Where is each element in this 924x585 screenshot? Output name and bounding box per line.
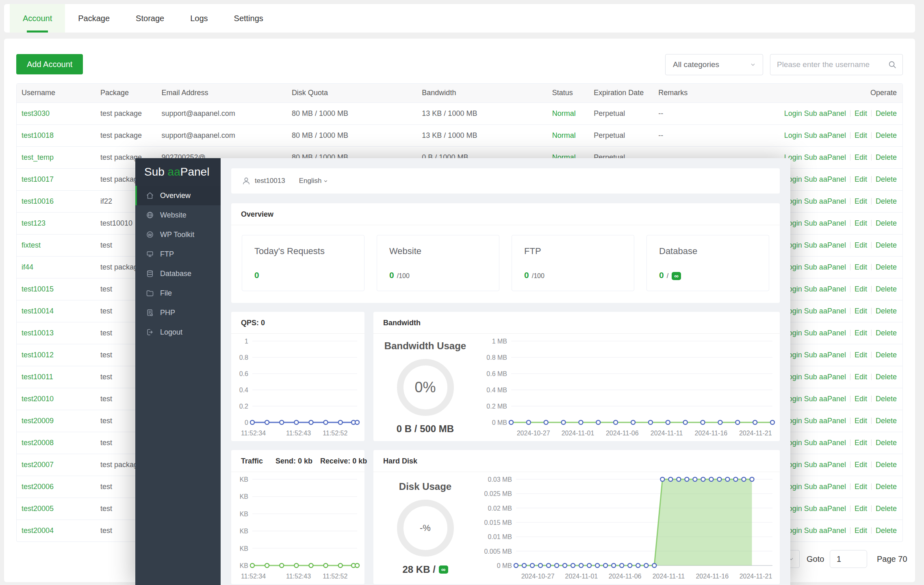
edit-link[interactable]: Edit — [855, 285, 867, 293]
login-sub-aapanel-link[interactable]: Login Sub aaPanel — [784, 241, 846, 249]
edit-link[interactable]: Edit — [855, 263, 867, 271]
login-sub-aapanel-link[interactable]: Login Sub aaPanel — [784, 329, 846, 337]
edit-link[interactable]: Edit — [855, 461, 867, 469]
username-link[interactable]: test20010 — [22, 395, 54, 403]
login-sub-aapanel-link[interactable]: Login Sub aaPanel — [784, 307, 846, 315]
edit-link[interactable]: Edit — [855, 175, 867, 183]
delete-link[interactable]: Delete — [876, 263, 897, 271]
tab-account[interactable]: Account — [10, 4, 65, 33]
login-sub-aapanel-link[interactable]: Login Sub aaPanel — [784, 131, 846, 139]
tab-logs[interactable]: Logs — [177, 4, 221, 33]
username-link[interactable]: test3030 — [22, 109, 50, 117]
login-sub-aapanel-link[interactable]: Login Sub aaPanel — [784, 439, 846, 447]
delete-link[interactable]: Delete — [876, 175, 897, 183]
delete-link[interactable]: Delete — [876, 285, 897, 293]
username-link[interactable]: test20009 — [22, 417, 54, 425]
tab-storage[interactable]: Storage — [123, 4, 177, 33]
username-link[interactable]: test123 — [22, 219, 46, 227]
stat-card-title: Database — [659, 246, 757, 257]
delete-link[interactable]: Delete — [876, 219, 897, 227]
login-sub-aapanel-link[interactable]: Login Sub aaPanel — [784, 483, 846, 491]
login-sub-aapanel-link[interactable]: Login Sub aaPanel — [784, 461, 846, 469]
edit-link[interactable]: Edit — [855, 395, 867, 403]
login-sub-aapanel-link[interactable]: Login Sub aaPanel — [784, 153, 846, 161]
category-filter-select[interactable]: All categories — [665, 54, 763, 75]
login-sub-aapanel-link[interactable]: Login Sub aaPanel — [784, 197, 846, 205]
username-link[interactable]: test10014 — [22, 307, 54, 315]
delete-link[interactable]: Delete — [876, 153, 897, 161]
login-sub-aapanel-link[interactable]: Login Sub aaPanel — [784, 263, 846, 271]
edit-link[interactable]: Edit — [855, 241, 867, 249]
edit-link[interactable]: Edit — [855, 153, 867, 161]
edit-link[interactable]: Edit — [855, 526, 867, 535]
username-link[interactable]: test20008 — [22, 439, 54, 447]
sidebar-item-overview[interactable]: Overview — [135, 186, 221, 205]
username-link[interactable]: test20006 — [22, 483, 54, 491]
delete-link[interactable]: Delete — [876, 483, 897, 491]
edit-link[interactable]: Edit — [855, 109, 867, 117]
username-link[interactable]: test20004 — [22, 526, 54, 535]
delete-link[interactable]: Delete — [876, 373, 897, 381]
username-link[interactable]: test20005 — [22, 505, 54, 513]
edit-link[interactable]: Edit — [855, 417, 867, 425]
username-link[interactable]: test10011 — [22, 373, 53, 381]
sidebar-item-website[interactable]: Website — [135, 205, 221, 225]
login-sub-aapanel-link[interactable]: Login Sub aaPanel — [784, 526, 846, 535]
edit-link[interactable]: Edit — [855, 197, 867, 205]
goto-page-input[interactable] — [830, 550, 867, 568]
edit-link[interactable]: Edit — [855, 505, 867, 513]
edit-link[interactable]: Edit — [855, 483, 867, 491]
delete-link[interactable]: Delete — [876, 461, 897, 469]
delete-link[interactable]: Delete — [876, 307, 897, 315]
login-sub-aapanel-link[interactable]: Login Sub aaPanel — [784, 395, 846, 403]
login-sub-aapanel-link[interactable]: Login Sub aaPanel — [784, 351, 846, 359]
delete-link[interactable]: Delete — [876, 197, 897, 205]
tab-settings[interactable]: Settings — [221, 4, 276, 33]
login-sub-aapanel-link[interactable]: Login Sub aaPanel — [784, 219, 846, 227]
delete-link[interactable]: Delete — [876, 395, 897, 403]
sidebar-item-file[interactable]: File — [135, 283, 221, 303]
edit-link[interactable]: Edit — [855, 439, 867, 447]
edit-link[interactable]: Edit — [855, 329, 867, 337]
login-sub-aapanel-link[interactable]: Login Sub aaPanel — [784, 285, 846, 293]
sidebar-item-wp-toolkit[interactable]: WP Toolkit — [135, 225, 221, 244]
login-sub-aapanel-link[interactable]: Login Sub aaPanel — [784, 505, 846, 513]
login-sub-aapanel-link[interactable]: Login Sub aaPanel — [784, 417, 846, 425]
delete-link[interactable]: Delete — [876, 505, 897, 513]
search-input[interactable] — [777, 60, 888, 69]
login-sub-aapanel-link[interactable]: Login Sub aaPanel — [784, 175, 846, 183]
edit-link[interactable]: Edit — [855, 351, 867, 359]
delete-link[interactable]: Delete — [876, 526, 897, 535]
delete-link[interactable]: Delete — [876, 109, 897, 117]
sidebar-item-ftp[interactable]: FTP — [135, 244, 221, 264]
edit-link[interactable]: Edit — [855, 373, 867, 381]
login-sub-aapanel-link[interactable]: Login Sub aaPanel — [784, 373, 846, 381]
delete-link[interactable]: Delete — [876, 351, 897, 359]
edit-link[interactable]: Edit — [855, 131, 867, 139]
username-link[interactable]: test_temp — [22, 153, 54, 161]
sidebar-item-php[interactable]: PHP — [135, 303, 221, 322]
username-link[interactable]: test20007 — [22, 461, 54, 469]
username-link[interactable]: test10017 — [22, 175, 54, 183]
login-sub-aapanel-link[interactable]: Login Sub aaPanel — [784, 109, 846, 117]
delete-link[interactable]: Delete — [876, 439, 897, 447]
username-link[interactable]: test10016 — [22, 197, 54, 205]
sidebar-item-database[interactable]: Database — [135, 264, 221, 283]
edit-link[interactable]: Edit — [855, 219, 867, 227]
username-link[interactable]: test10013 — [22, 329, 54, 337]
delete-link[interactable]: Delete — [876, 417, 897, 425]
sidebar-item-logout[interactable]: Logout — [135, 322, 221, 342]
delete-link[interactable]: Delete — [876, 241, 897, 249]
username-link[interactable]: test10018 — [22, 131, 54, 139]
search-icon[interactable] — [888, 60, 897, 69]
delete-link[interactable]: Delete — [876, 131, 897, 139]
username-link[interactable]: test10015 — [22, 285, 54, 293]
username-link[interactable]: fixtest — [22, 241, 41, 249]
tab-package[interactable]: Package — [65, 4, 123, 33]
add-account-button[interactable]: Add Account — [16, 54, 83, 74]
delete-link[interactable]: Delete — [876, 329, 897, 337]
language-select[interactable]: English — [299, 177, 329, 185]
edit-link[interactable]: Edit — [855, 307, 867, 315]
username-link[interactable]: if44 — [22, 263, 33, 271]
username-link[interactable]: test10012 — [22, 351, 54, 359]
